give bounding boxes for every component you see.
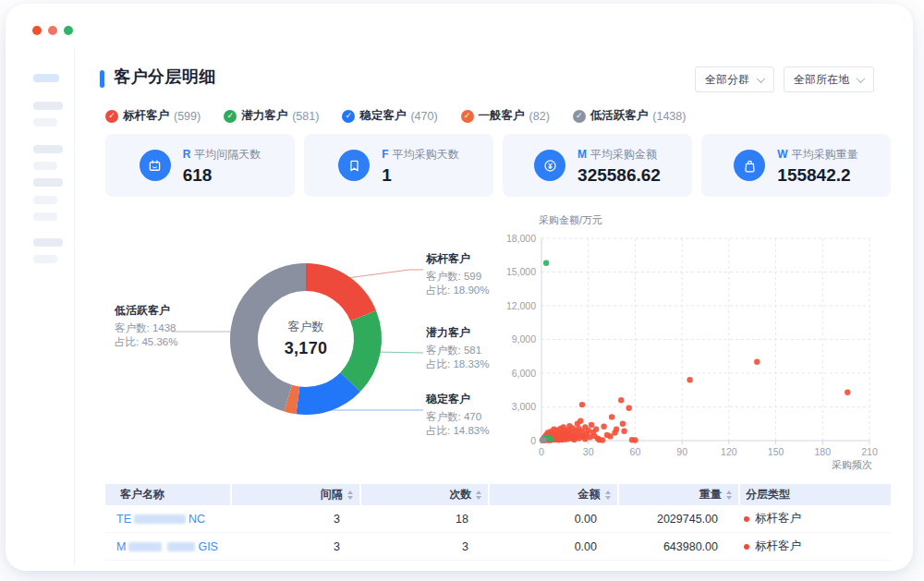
customer-name-link[interactable]: MGIS [116, 540, 218, 553]
customer-name-link[interactable]: TENC [116, 513, 205, 526]
legend-item-0[interactable]: ✓标杆客户(599) [105, 108, 201, 124]
sort-desc-icon [605, 496, 611, 500]
legend-item-4[interactable]: ✓低活跃客户(1438) [573, 108, 687, 124]
scatter-point [754, 359, 760, 365]
minimize-dot[interactable] [48, 26, 57, 35]
sidebar-item-active[interactable] [33, 74, 59, 82]
sidebar-item[interactable] [33, 102, 63, 110]
sidebar-item[interactable] [33, 212, 57, 221]
scatter-point [620, 421, 626, 427]
sidebar-item[interactable] [33, 196, 57, 204]
yuan-icon [534, 150, 565, 181]
table-body: TENC3180.002029745.00标杆客户MGIS330.0064398… [105, 505, 891, 561]
column-header-label: 金额 [578, 487, 601, 502]
calendar-icon [140, 150, 171, 181]
scatter-point [600, 437, 605, 442]
legend-item-2[interactable]: ✓稳定客户(470) [342, 108, 437, 124]
scatter-point [621, 429, 626, 434]
stat-card-r: R平均间隔天数618 [105, 134, 295, 197]
filter-dropdown-1[interactable]: 全部所在地 [784, 67, 874, 92]
stat-card-label-row: R平均间隔天数 [183, 145, 261, 163]
y-axis-title: 采购金额/万元 [539, 214, 602, 225]
sort-asc-icon [347, 490, 353, 494]
stat-card-label-row: F平均采购天数 [382, 145, 458, 163]
donut-slice-0[interactable] [306, 277, 363, 316]
app-stage: 客户分层明细 全部分群全部所在地 ✓标杆客户(599)✓潜力客户(581)✓稳定… [0, 0, 924, 581]
cell-2: 3 [360, 533, 489, 560]
column-header-4[interactable]: 重量 [619, 484, 738, 505]
redacted-text [167, 542, 195, 551]
check-circle-icon: ✓ [573, 110, 586, 123]
stat-card-text: M平均采购金额325586.62 [578, 145, 661, 186]
segment-dot [744, 544, 749, 550]
scatter-point [626, 405, 632, 411]
y-tick-label: 15,000 [506, 266, 536, 277]
sidebar-divider [74, 48, 75, 565]
column-header-label: 重量 [699, 487, 722, 502]
sort-caret-icon[interactable] [726, 490, 732, 500]
stat-card-label: 平均采购天数 [393, 148, 459, 161]
column-header-1[interactable]: 间隔 [232, 484, 359, 505]
sort-desc-icon [347, 496, 353, 500]
window-controls [32, 26, 73, 35]
filter-dropdown-0[interactable]: 全部分群 [695, 67, 774, 92]
redacted-text [128, 542, 162, 551]
sidebar-item[interactable] [33, 255, 57, 263]
donut-slice-3[interactable] [288, 398, 298, 400]
legend-item-1[interactable]: ✓潜力客户(581) [224, 108, 319, 124]
sort-caret-icon[interactable] [347, 490, 353, 500]
column-header-2[interactable]: 次数 [361, 484, 488, 505]
sidebar-item[interactable] [33, 118, 57, 127]
sidebar-item[interactable] [33, 145, 63, 153]
sort-caret-icon[interactable] [605, 490, 611, 500]
name-text: TE [116, 513, 131, 526]
sidebar-item[interactable] [33, 178, 63, 187]
legend-count: (82) [529, 110, 550, 123]
sort-desc-icon [726, 496, 732, 500]
donut-center-label: 客户数 [250, 319, 361, 335]
cell-4: 2029745.00 [617, 505, 738, 532]
y-tick-label: 12,000 [506, 300, 536, 311]
app-window: 客户分层明细 全部分群全部所在地 ✓标杆客户(599)✓潜力客户(581)✓稳定… [6, 4, 913, 571]
close-dot[interactable] [32, 26, 42, 35]
sort-desc-icon [476, 496, 481, 500]
legend-count: (470) [410, 110, 437, 123]
sidebar-item[interactable] [33, 238, 63, 247]
legend-label: 标杆客户 [123, 108, 169, 124]
donut-slice-2[interactable] [298, 382, 350, 401]
stat-card-letter: W [777, 148, 787, 161]
cell-5: 标杆客户 [738, 505, 891, 532]
stat-card-text: W平均采购重量155842.2 [777, 145, 857, 186]
cell-1: 3 [232, 533, 360, 560]
sidebar-item[interactable] [33, 162, 57, 170]
stat-card-label-row: M平均采购金额 [578, 145, 661, 163]
callout-title: 低活跃客户 [115, 303, 235, 319]
column-header-label: 次数 [449, 487, 471, 502]
column-header-3[interactable]: 金额 [490, 484, 616, 505]
column-header-5: 分层类型 [740, 484, 891, 505]
column-header-label: 客户名称 [120, 487, 164, 502]
x-tick-label: 210 [861, 446, 878, 457]
sort-asc-icon [726, 490, 732, 494]
sort-asc-icon [605, 490, 611, 494]
scatter-point [541, 437, 546, 442]
donut-center: 客户数 3,170 [250, 319, 361, 358]
sort-caret-icon[interactable] [476, 490, 481, 500]
scatter-point [578, 418, 583, 424]
legend-label: 稳定客户 [359, 108, 406, 124]
cell-3: 0.00 [489, 533, 617, 560]
scatter-point [845, 390, 850, 395]
scatter-point [579, 402, 585, 407]
y-tick-label: 3,000 [512, 401, 536, 412]
stat-card-value: 155842.2 [777, 165, 857, 186]
table-row: TENC3180.002029745.00标杆客户 [105, 505, 891, 533]
zoom-dot[interactable] [64, 26, 73, 35]
segment-legend: ✓标杆客户(599)✓潜力客户(581)✓稳定客户(470)✓一般客户(82)✓… [105, 108, 686, 124]
scatter-point [609, 414, 614, 419]
legend-item-3[interactable]: ✓一般客户(82) [461, 108, 550, 124]
stat-card-letter: R [183, 148, 191, 161]
customer-table: 客户名称间隔次数金额重量分层类型 TENC3180.002029745.00标杆… [105, 484, 891, 561]
stat-card-w: W平均采购重量155842.2 [701, 134, 891, 197]
legend-label: 低活跃客户 [590, 108, 649, 124]
check-circle-icon: ✓ [342, 110, 355, 123]
